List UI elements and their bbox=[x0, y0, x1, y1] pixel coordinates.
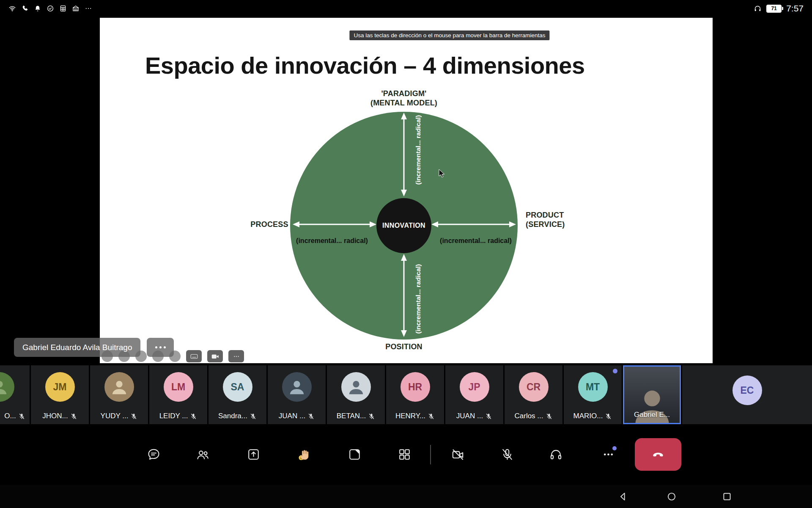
process-axis-caption: (incremental... radical) bbox=[296, 237, 368, 245]
more-dots-icon bbox=[155, 346, 166, 348]
participant-avatar: EC bbox=[732, 375, 762, 405]
notification-bell-icon bbox=[34, 5, 41, 12]
status-bar: 71 7:57 bbox=[0, 0, 812, 17]
clock: 7:57 bbox=[786, 3, 804, 14]
people-button[interactable] bbox=[190, 442, 215, 467]
mic-off-icon bbox=[605, 413, 612, 420]
status-right-cluster: 71 7:57 bbox=[754, 3, 804, 14]
camera-off-button[interactable] bbox=[445, 442, 470, 467]
chat-button[interactable] bbox=[141, 442, 166, 467]
mic-off-icon bbox=[250, 413, 257, 420]
participant-avatar bbox=[0, 372, 14, 402]
avatar-initials: JP bbox=[468, 381, 480, 393]
participant-tile[interactable]: JUAN ... bbox=[268, 365, 326, 424]
camera-icon[interactable] bbox=[207, 350, 223, 362]
participant-name-row: JHON... bbox=[31, 412, 89, 420]
battery-icon: 71 bbox=[766, 5, 782, 13]
end-call-button[interactable] bbox=[635, 438, 681, 471]
participant-tile[interactable]: BETAN... bbox=[327, 365, 385, 424]
wifi-icon bbox=[8, 5, 16, 12]
back-button[interactable] bbox=[617, 490, 630, 503]
mic-off-icon bbox=[500, 447, 514, 461]
person-silhouette-icon bbox=[0, 377, 9, 397]
raise-hand-button[interactable] bbox=[292, 442, 316, 467]
participant-name: YUDY ... bbox=[101, 412, 129, 420]
participant-name: Sandra... bbox=[218, 412, 247, 420]
presenter-more-button[interactable] bbox=[147, 338, 174, 357]
check-circle-icon bbox=[47, 5, 54, 12]
share-content-button[interactable] bbox=[241, 442, 266, 467]
participant-tile[interactable]: CRCarlos ... bbox=[505, 365, 562, 424]
battery-percent: 71 bbox=[771, 6, 776, 11]
participant-name: JUAN ... bbox=[279, 412, 305, 420]
mic-off-icon bbox=[18, 413, 25, 420]
spreadsheet-icon bbox=[59, 5, 67, 12]
participant-name-row: HENRY... bbox=[386, 412, 444, 420]
participant-tile[interactable]: JMJHON... bbox=[31, 365, 89, 424]
mic-off-icon bbox=[130, 413, 137, 420]
mic-off-icon bbox=[307, 413, 315, 420]
participant-avatar bbox=[282, 372, 312, 402]
mic-off-icon bbox=[546, 413, 553, 420]
keyboard-icon[interactable] bbox=[186, 350, 202, 362]
avatar-initials: MT bbox=[586, 381, 600, 393]
participant-tile[interactable]: LMLEIDY ... bbox=[149, 365, 207, 424]
call-controls-bar bbox=[0, 424, 812, 485]
gallery-view-button[interactable] bbox=[392, 442, 417, 467]
people-icon bbox=[196, 447, 210, 461]
shared-slide: Usa las teclas de dirección o el mouse p… bbox=[100, 18, 713, 363]
participant-tile-self-video[interactable]: Gabriel E... bbox=[623, 365, 681, 424]
mic-off-icon bbox=[428, 413, 435, 420]
person-silhouette-icon bbox=[110, 377, 129, 397]
ellipsis-icon bbox=[85, 5, 92, 12]
participant-name-row: JUAN ... bbox=[445, 412, 503, 420]
phone-icon bbox=[21, 5, 29, 12]
notification-dot bbox=[612, 446, 617, 450]
participant-tile[interactable]: JPJUAN ... bbox=[445, 365, 503, 424]
headset-icon bbox=[754, 5, 762, 13]
home-button[interactable] bbox=[665, 490, 678, 503]
end-call-icon bbox=[650, 446, 667, 463]
avatar-initials: EC bbox=[741, 385, 754, 396]
product-axis-caption: (incremental... radical) bbox=[440, 237, 512, 245]
participant-name-row: MARIO... bbox=[564, 412, 622, 420]
raise-hand-icon bbox=[297, 447, 311, 461]
position-axis-caption: (incremental... radical) bbox=[414, 264, 422, 334]
participant-tile[interactable]: YUDY ... bbox=[90, 365, 148, 424]
notification-dot bbox=[613, 369, 617, 373]
participant-avatar bbox=[104, 372, 134, 402]
participant-name-row: LEIDY ... bbox=[149, 412, 207, 420]
audio-device-icon bbox=[549, 447, 563, 461]
paradigm-axis-caption: (incremental... radical) bbox=[414, 115, 422, 185]
controls-divider bbox=[430, 445, 431, 464]
back-icon bbox=[618, 491, 629, 502]
innovation-center-circle: INNOVATION bbox=[376, 198, 431, 253]
camera-off-icon bbox=[451, 447, 465, 461]
participant-avatar: SA bbox=[223, 372, 252, 402]
slide-title: Espacio de innovación – 4 dimensiones bbox=[145, 52, 585, 79]
audio-device-button[interactable] bbox=[543, 442, 568, 467]
avatar-initials: JM bbox=[53, 381, 67, 393]
apps-icon bbox=[348, 447, 362, 461]
recents-button[interactable] bbox=[721, 490, 733, 503]
participant-tile[interactable]: O... bbox=[0, 365, 30, 424]
participant-name-row: Gabriel E... bbox=[624, 411, 680, 419]
more-options-button[interactable] bbox=[596, 442, 620, 467]
avatar-initials: LM bbox=[171, 381, 185, 393]
participant-tile[interactable]: HRHENRY... bbox=[386, 365, 444, 424]
participant-avatar: LM bbox=[164, 372, 193, 402]
participant-name: MARIO... bbox=[573, 412, 603, 420]
participant-name: BETAN... bbox=[337, 412, 366, 420]
paradigm-label: 'PARADIGM' (MENTAL MODEL) bbox=[370, 89, 437, 108]
avatar-initials: SA bbox=[231, 381, 244, 393]
participant-name-row: Carlos ... bbox=[505, 412, 562, 420]
participant-tile[interactable]: MTMARIO... bbox=[564, 365, 622, 424]
participant-name-row: Sandra... bbox=[208, 412, 266, 420]
more-icon[interactable] bbox=[228, 350, 244, 362]
mic-off-button[interactable] bbox=[495, 442, 519, 467]
person-silhouette-icon bbox=[346, 377, 366, 397]
participant-avatar: JM bbox=[45, 372, 75, 402]
participant-tile[interactable]: EC bbox=[682, 365, 812, 424]
participant-tile[interactable]: SASandra... bbox=[208, 365, 266, 424]
apps-button[interactable] bbox=[342, 442, 367, 467]
